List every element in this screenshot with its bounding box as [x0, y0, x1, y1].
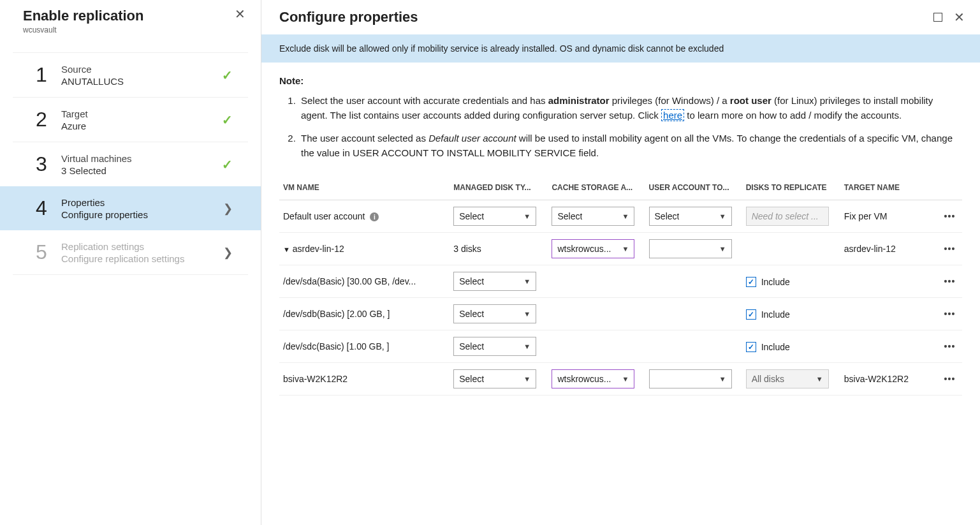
- check-icon: ✓: [222, 157, 233, 172]
- target-name-cell: asrdev-lin-12: [840, 233, 937, 265]
- note-heading: Note:: [279, 75, 962, 86]
- close-icon[interactable]: ✕: [235, 8, 245, 20]
- chevron-down-icon: ▼: [719, 212, 726, 220]
- col-vm-name[interactable]: VM NAME: [279, 175, 450, 200]
- left-panel: Enable replication wcusvault ✕ 1 Source …: [0, 0, 261, 525]
- expand-toggle[interactable]: ▼: [283, 246, 290, 253]
- managed-disk-select[interactable]: Select▼: [453, 207, 536, 226]
- chevron-down-icon: ▼: [622, 245, 629, 253]
- col-managed-disk[interactable]: MANAGED DISK TY...: [450, 175, 548, 200]
- row-actions-button[interactable]: •••: [937, 200, 962, 233]
- table-row-disk: /dev/sdc(Basic) [1.00 GB, ] Select▼ ✓Inc…: [279, 330, 962, 363]
- managed-disk-select[interactable]: Select▼: [453, 304, 536, 323]
- step-source[interactable]: 1 Source ANUTALLUCS ✓: [13, 52, 248, 97]
- managed-disk-select[interactable]: Select▼: [453, 369, 536, 388]
- chevron-right-icon: ❯: [223, 202, 233, 216]
- step-properties[interactable]: 4 Properties Configure properties ❯: [0, 186, 261, 230]
- user-account-select[interactable]: Select▼: [649, 207, 732, 226]
- note-item-1: Select the user account with accurate cr…: [298, 94, 962, 122]
- chevron-down-icon: ▼: [523, 212, 530, 220]
- page-title-left: Enable replication: [23, 8, 144, 24]
- col-target-name[interactable]: TARGET NAME: [840, 175, 937, 200]
- step-virtual-machines[interactable]: 3 Virtual machines 3 Selected ✓: [13, 142, 248, 186]
- row-actions-button[interactable]: •••: [937, 298, 962, 330]
- row-actions-button[interactable]: •••: [937, 363, 962, 396]
- chevron-down-icon: ▼: [523, 375, 530, 383]
- cache-storage-select[interactable]: Select▼: [552, 207, 634, 226]
- row-actions-button[interactable]: •••: [937, 233, 962, 265]
- breadcrumb-subtitle: wcusvault: [23, 26, 144, 34]
- table-row-disk: /dev/sdb(Basic) [2.00 GB, ] Select▼ ✓Inc…: [279, 298, 962, 330]
- chevron-down-icon: ▼: [719, 245, 726, 253]
- table-row-vm: bsiva-W2K12R2 Select▼ wtskrowcus...▼ ▼ A…: [279, 363, 962, 396]
- chevron-right-icon: ❯: [223, 246, 233, 260]
- col-disks-replicate[interactable]: DISKS TO REPLICATE: [742, 175, 840, 200]
- disks-replicate-select: Need to select ...: [746, 207, 829, 226]
- user-account-select[interactable]: ▼: [649, 239, 732, 258]
- table-row-disk: /dev/sda(Basic) [30.00 GB, /dev... Selec…: [279, 265, 962, 298]
- managed-disk-select[interactable]: Select▼: [453, 272, 536, 291]
- col-cache-storage[interactable]: CACHE STORAGE A...: [548, 175, 645, 200]
- step-replication-settings[interactable]: 5 Replication settings Configure replica…: [13, 230, 248, 275]
- close-icon[interactable]: ✕: [954, 11, 965, 24]
- managed-disk-select[interactable]: Select▼: [453, 337, 536, 356]
- table-row-vm: ▼ asrdev-lin-12 3 disks wtskrowcus...▼ ▼…: [279, 233, 962, 265]
- include-checkbox[interactable]: ✓Include: [746, 277, 790, 287]
- row-actions-button[interactable]: •••: [937, 265, 962, 298]
- check-icon: ✓: [222, 68, 233, 83]
- target-name-cell: Fix per VM: [840, 200, 937, 233]
- chevron-down-icon: ▼: [622, 212, 629, 220]
- chevron-down-icon: ▼: [523, 310, 530, 318]
- include-checkbox[interactable]: ✓Include: [746, 342, 790, 352]
- chevron-down-icon: ▼: [622, 375, 629, 383]
- info-icon[interactable]: i: [370, 212, 379, 221]
- info-banner: Exclude disk will be allowed only if mob…: [261, 34, 980, 63]
- col-user-account[interactable]: USER ACCOUNT TO...: [645, 175, 742, 200]
- chevron-down-icon: ▼: [816, 375, 823, 383]
- chevron-down-icon: ▼: [523, 343, 530, 350]
- disks-replicate-select[interactable]: All disks▼: [746, 369, 829, 388]
- step-target[interactable]: 2 Target Azure ✓: [13, 97, 248, 142]
- cache-storage-select[interactable]: wtskrowcus...▼: [552, 239, 634, 258]
- check-icon: ✓: [222, 112, 233, 128]
- row-actions-button[interactable]: •••: [937, 330, 962, 363]
- right-panel: Configure properties ✕ Exclude disk will…: [261, 0, 980, 525]
- default-user-label: Default user account: [283, 211, 365, 221]
- learn-more-link[interactable]: here: [661, 109, 684, 121]
- chevron-down-icon: ▼: [719, 375, 726, 383]
- maximize-icon[interactable]: [933, 13, 942, 22]
- table-row-default: Default user account i Select▼ Select▼ S…: [279, 200, 962, 233]
- chevron-down-icon: ▼: [523, 277, 530, 285]
- page-title-right: Configure properties: [279, 9, 418, 26]
- include-checkbox[interactable]: ✓Include: [746, 309, 790, 320]
- properties-table: VM NAME MANAGED DISK TY... CACHE STORAGE…: [279, 175, 962, 396]
- target-name-cell: bsiva-W2K12R2: [840, 363, 937, 396]
- user-account-select[interactable]: ▼: [649, 369, 732, 388]
- note-item-2: The user account selected as Default use…: [298, 131, 962, 160]
- cache-storage-select[interactable]: wtskrowcus...▼: [552, 369, 634, 388]
